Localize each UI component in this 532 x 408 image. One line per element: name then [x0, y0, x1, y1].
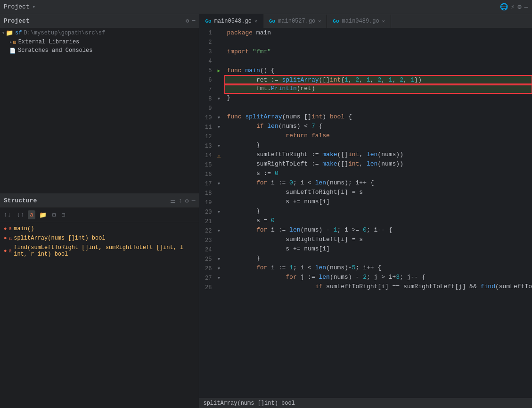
structure-title: Structure [4, 197, 37, 204]
struct-active-icon[interactable]: a [28, 210, 35, 219]
tab-main0527[interactable]: Go main0527.go ✕ [263, 15, 327, 28]
ln-26: 26 [199, 264, 212, 274]
tree-item-external[interactable]: ▸ ⊞ External Libraries [0, 38, 199, 46]
code-line-13[interactable]: } [225, 141, 532, 150]
code-content[interactable]: package main import "fmt" func main() { … [223, 28, 532, 398]
code-line-26[interactable]: for i := 1; i < len(nums)-5; i++ { [225, 263, 532, 273]
fold-11-icon[interactable]: ▼ [218, 125, 220, 130]
code-line-19[interactable]: s += nums[i] [225, 197, 532, 207]
code-line-9[interactable] [225, 103, 532, 112]
ln-13: 13 [199, 142, 212, 151]
scratch-icon: 📄 [9, 48, 16, 54]
code-line-15[interactable]: sumRightToLeft := make([]int, len(nums)) [225, 159, 532, 169]
code-line-6[interactable]: ret := splitArray([]int{1, 2, 1, 2, 1, 2… [225, 75, 532, 85]
run-arrow-icon[interactable]: ▶ [217, 68, 220, 74]
code-line-3[interactable]: import "fmt" [225, 47, 532, 57]
g22[interactable]: ▼ [218, 226, 220, 236]
project-title: Project [4, 17, 30, 25]
minus-icon[interactable]: — [192, 17, 195, 25]
code-line-1[interactable]: package main [225, 28, 532, 38]
code-line-4[interactable] [225, 57, 532, 66]
sort-asc-icon[interactable]: ↑↓ [2, 210, 13, 219]
tab-main0489[interactable]: Go main0489.go ✕ [327, 15, 391, 28]
fold-8-icon[interactable]: ▼ [218, 97, 220, 101]
struct-expand-icon[interactable]: ⊞ [50, 210, 58, 220]
tab-0527-close[interactable]: ✕ [318, 18, 321, 24]
g26[interactable]: ▼ [218, 264, 220, 274]
structure-item-find[interactable]: ● a find(sumLeftToRight []int, sumRightT… [0, 243, 199, 259]
minimize-icon[interactable]: — [524, 3, 528, 11]
code-line-7[interactable]: fmt.Println(ret) [225, 84, 532, 93]
ln-2: 2 [199, 38, 212, 47]
fold-17-icon[interactable]: ▼ [218, 182, 220, 186]
folder-sf-icon: 📁 [6, 29, 13, 37]
code-line-16[interactable]: s := 0 [225, 169, 532, 178]
fold-27-icon[interactable]: ▼ [218, 276, 220, 281]
g20[interactable]: ▼ [218, 208, 220, 217]
editor-area[interactable]: 1 2 3 4 5 6 7 8 9 10 11 12 13 [199, 28, 532, 408]
project-label[interactable]: Project [4, 3, 30, 10]
g14[interactable]: ⚠ [217, 151, 221, 160]
dropdown-icon[interactable]: ▾ [33, 4, 36, 10]
tab-0489-close[interactable]: ✕ [382, 18, 385, 24]
settings-icon[interactable]: ⚙ [517, 3, 521, 11]
g27[interactable]: ▼ [218, 274, 220, 283]
fold-26-icon[interactable]: ▼ [218, 266, 220, 271]
sort-desc-icon[interactable]: ↓↑ [15, 210, 26, 219]
fold-22-icon[interactable]: ▼ [218, 229, 220, 233]
fold-13-icon[interactable]: ▼ [218, 144, 220, 149]
code-line-21[interactable]: s = 0 [225, 216, 532, 225]
align-icon[interactable]: ⚌ [170, 197, 176, 205]
code-line-24[interactable]: s += nums[i] [225, 244, 532, 254]
g17[interactable]: ▼ [218, 179, 220, 189]
code-line-10[interactable]: func splitArray(nums []int) bool { [225, 112, 532, 122]
g25[interactable]: ▼ [218, 255, 220, 264]
g8[interactable]: ▼ [218, 94, 220, 104]
code-line-25[interactable]: } [225, 254, 532, 263]
fold-10-icon[interactable]: ▼ [218, 116, 220, 120]
code-line-23[interactable]: sumRightToLeft[i] = s [225, 235, 532, 244]
main-func-label: main() [14, 225, 34, 232]
g10[interactable]: ▼ [218, 113, 220, 123]
globe-icon[interactable]: 🌐 [500, 3, 508, 11]
find-func-label: find(sumLeftToRight []int, sumRightToLef… [14, 244, 195, 258]
g13[interactable]: ▼ [218, 142, 220, 151]
structure-item-splitarray[interactable]: ● a splitArray(nums []int) bool [0, 233, 199, 243]
code-line-2[interactable] [225, 38, 532, 47]
struct-gear-icon[interactable]: ⚙ [185, 197, 189, 205]
top-bar: Project ▾ 🌐 ⚡ ⚙ — [0, 0, 532, 14]
gutter: ▶ ▼ ▼ ▼ [214, 28, 223, 292]
ln-20: 20 [199, 208, 212, 217]
code-line-18[interactable]: sumLeftToRight[i] = s [225, 188, 532, 197]
g5[interactable]: ▶ [217, 66, 220, 75]
code-line-8[interactable]: } [225, 93, 532, 103]
structure-header: Structure ⚌ ↕ ⚙ — [0, 194, 199, 208]
sort-icon[interactable]: ↕ [179, 197, 182, 205]
code-line-14[interactable]: sumLeftToRight := make([]int, len(nums)) [225, 150, 532, 159]
tab-0548-close[interactable]: ✕ [254, 18, 257, 24]
code-line-20[interactable]: } [225, 207, 532, 216]
tree-item-sf[interactable]: ▾ 📁 sf D:\mysetup\gopath\src\sf [0, 28, 199, 38]
ln-1: 1 [199, 28, 212, 38]
breadcrumb-status: splitArray(nums []int) bool [203, 400, 295, 407]
g11[interactable]: ▼ [218, 123, 220, 132]
code-line-11[interactable]: if len(nums) < 7 { [225, 122, 532, 131]
code-line-28[interactable]: if sumLeftToRight[i] == sumRightToLeft[j… [225, 282, 532, 291]
layout-icon[interactable]: ⚡ [511, 3, 515, 11]
tree-item-scratches[interactable]: 📄 Scratches and Consoles [0, 46, 199, 55]
gear-icon[interactable]: ⚙ [186, 17, 189, 25]
tab-main0548[interactable]: Go main0548.go ✕ [199, 14, 263, 28]
code-line-12[interactable]: return false [225, 131, 532, 141]
go-icon-0548: Go [205, 18, 211, 24]
structure-item-main[interactable]: ● a main() [0, 224, 199, 233]
struct-folder-icon[interactable]: 📁 [37, 210, 49, 220]
code-line-27[interactable]: for j := len(nums) - 2; j > i+3; j-- { [225, 273, 532, 282]
struct-collapse-icon[interactable]: ⊟ [60, 210, 67, 220]
code-line-22[interactable]: for i := len(nums) - 1; i >= 0; i-- { [225, 225, 532, 235]
struct-minus-icon[interactable]: — [192, 197, 196, 205]
fold-25-icon[interactable]: ▼ [218, 257, 220, 262]
code-line-17[interactable]: for i := 0; i < len(nums); i++ { [225, 178, 532, 188]
tab-0489-label: main0489.go [342, 18, 379, 25]
fold-20-icon[interactable]: ▼ [218, 210, 220, 215]
code-line-5[interactable]: func main() { [225, 66, 532, 75]
